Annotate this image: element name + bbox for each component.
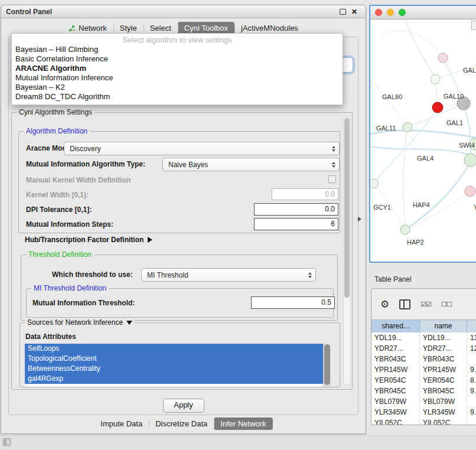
attribute-item[interactable]: BetweennessCentrality: [25, 364, 323, 374]
network-node-label: GAL4: [417, 155, 433, 162]
apply-button[interactable]: Apply: [163, 399, 204, 413]
network-node[interactable]: [370, 179, 379, 188]
canvas-scrollbar[interactable]: [471, 21, 476, 30]
mi-threshold-field[interactable]: 0.5: [251, 296, 335, 309]
aracne-mode-combobox[interactable]: Discovery: [64, 142, 340, 155]
column-header-extra[interactable]: [467, 320, 476, 333]
network-node[interactable]: [438, 53, 448, 63]
network-node-label: SWI4: [459, 142, 475, 149]
column-header-shared[interactable]: shared...: [371, 320, 420, 333]
which-threshold-combobox[interactable]: MI Threshold: [141, 268, 316, 282]
table-row[interactable]: YDL19...YDL19...13: [371, 332, 476, 343]
tab-jactivemnodules[interactable]: jActiveMNodules: [234, 22, 305, 34]
tab-select[interactable]: Select: [144, 22, 178, 34]
network-node-label: HAP4: [413, 201, 430, 208]
tab-style[interactable]: Style: [113, 22, 144, 34]
tab-discretize-data[interactable]: Discretize Data: [149, 418, 214, 430]
table-cell: YLR345W: [371, 407, 420, 418]
kernel-width-field[interactable]: 0.0: [272, 188, 338, 200]
column-header-name[interactable]: name: [420, 320, 467, 333]
dock-panel-icon[interactable]: [3, 438, 11, 446]
algorithm-option-selected[interactable]: ARACNE Algorithm: [12, 64, 343, 73]
table-cell: YBR045C: [371, 386, 420, 396]
network-node[interactable]: [403, 122, 412, 132]
network-node[interactable]: [465, 186, 475, 197]
kernel-width-label: Kernel Width (0,1):: [26, 191, 89, 199]
algorithm-option[interactable]: Basic Correlation Inference: [12, 54, 343, 64]
mi-steps-label: Mutual Information Steps:: [26, 220, 113, 229]
deselect-all-icon[interactable]: ☐☐: [441, 301, 452, 308]
tab-label: Impute Data: [100, 419, 142, 428]
sources-header[interactable]: Sources for Network Inference: [25, 318, 135, 327]
table-row[interactable]: YER054CYER054C8.: [371, 375, 476, 386]
tab-network[interactable]: Network: [62, 22, 113, 34]
table-row[interactable]: YIL052CYIL052C: [371, 418, 476, 425]
close-icon[interactable]: ✕: [351, 8, 357, 15]
algorithm-option[interactable]: Bayesian – K2: [12, 83, 343, 92]
spinner-arrows-icon: [332, 146, 335, 152]
columns-icon[interactable]: [399, 299, 410, 309]
minimize-traffic-light-icon[interactable]: [387, 9, 394, 16]
list-scrollbar[interactable]: [323, 344, 331, 387]
table-cell: [467, 354, 476, 364]
table-row[interactable]: YLR345WYLR345W9.: [371, 407, 476, 418]
attribute-item[interactable]: gal4RGexp: [25, 374, 323, 384]
group-title: Cyni Algorithm Settings: [17, 108, 94, 116]
algorithm-option[interactable]: Bayesian – Hill Climbing: [12, 45, 343, 54]
network-canvas[interactable]: GALGAL80GAL10GAL11GAL1SWI4GAL4GCY1HAP4YH…: [370, 19, 476, 261]
table-cell: YDR27...: [420, 343, 467, 354]
table-row[interactable]: YBR043CYBR043C: [371, 354, 476, 364]
table-row[interactable]: YDR27...YDR27...12: [371, 343, 476, 354]
close-traffic-light-icon[interactable]: [375, 9, 382, 16]
scrollbar-thumb[interactable]: [344, 118, 350, 298]
algorithm-option[interactable]: Dream8 DC_TDC Algorithm: [12, 92, 343, 102]
table-row[interactable]: YPR145WYPR145W9.: [371, 364, 476, 375]
attribute-item[interactable]: SelfLoops: [25, 344, 323, 354]
mi-algorithm-type-combobox[interactable]: Naive Bayes: [162, 158, 340, 171]
algorithm-option[interactable]: Mutual Information Inference: [12, 73, 343, 83]
control-panel-titlebar[interactable]: Control Panel ✕: [1, 5, 366, 18]
tab-infer-network[interactable]: Infer Network: [214, 418, 272, 430]
network-node[interactable]: [431, 74, 440, 84]
table-row[interactable]: YBL079WYBL079W: [371, 396, 476, 407]
sources-group: Sources for Network Inference Data Attri…: [19, 322, 340, 387]
network-node[interactable]: [400, 225, 410, 234]
bottom-strip: [0, 435, 476, 450]
table-cell: 9.: [467, 364, 476, 375]
zoom-traffic-light-icon[interactable]: [399, 9, 406, 16]
network-node[interactable]: [464, 154, 476, 167]
panel-collapse-handle[interactable]: [358, 217, 361, 221]
manual-kernel-width-checkbox[interactable]: [328, 175, 336, 183]
algorithm-dropdown-popup: Select algorithm to view settings Bayesi…: [11, 33, 343, 105]
settings-scrollbar[interactable]: [343, 116, 351, 386]
attribute-item[interactable]: TopologicalCoefficient: [25, 354, 323, 364]
tab-impute-data[interactable]: Impute Data: [94, 418, 149, 430]
manual-kernel-width-label: Manual Kernel Width Definition: [26, 176, 131, 184]
tab-cyni-toolbox[interactable]: Cyni Toolbox: [178, 22, 234, 34]
scrollbar-thumb[interactable]: [324, 344, 330, 385]
data-attributes-label: Data Attributes: [25, 332, 76, 341]
settings-gear-icon[interactable]: ⚙: [380, 299, 389, 309]
network-node[interactable]: [432, 102, 443, 113]
table-cell: YBR045C: [420, 386, 467, 396]
hub-section-label: Hub/Transcription Factor Definition: [25, 236, 144, 244]
combobox-value: MI Threshold: [147, 271, 188, 279]
combobox-value: Naive Bayes: [168, 161, 208, 169]
dpi-tolerance-field[interactable]: 0.0: [254, 203, 338, 216]
select-all-icon[interactable]: ☑☑: [420, 301, 431, 308]
mi-steps-field[interactable]: 6: [254, 218, 338, 230]
table-cell: YBR043C: [420, 354, 467, 364]
table-cell: YIL052C: [371, 418, 420, 425]
table-row[interactable]: YBR045CYBR045C9.: [371, 386, 476, 396]
network-window-titlebar[interactable]: [370, 6, 476, 19]
group-title: MI Threshold Definition: [31, 284, 109, 292]
float-window-icon[interactable]: [340, 9, 346, 15]
table-cell: YDL19...: [420, 332, 467, 343]
table-panel-window: ⚙ ☑☑ ☐☐ shared... name YDL19...YDL19...1…: [371, 288, 476, 425]
group-title: Algorithm Definition: [24, 127, 90, 135]
table-cell: YDL19...: [371, 332, 420, 343]
network-node-label: Y: [474, 204, 476, 211]
network-node-label: GAL: [463, 67, 476, 74]
sources-title: Sources for Network Inference: [27, 318, 123, 327]
hub-transcription-factor-section[interactable]: Hub/Transcription Factor Definition: [25, 236, 152, 244]
